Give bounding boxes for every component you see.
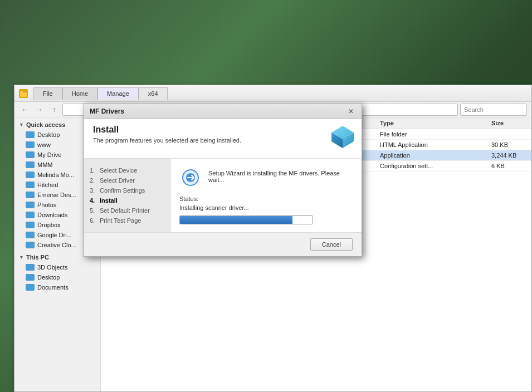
folder-icon [26, 171, 35, 178]
dialog-header: Install The program features you selecte… [84, 119, 362, 159]
sidebar-item-label: www [37, 141, 51, 148]
tab-home[interactable]: Home [62, 87, 97, 100]
content-panel: Setup Wizard is installing the MF driver… [170, 159, 362, 232]
step-num: 4. [90, 197, 97, 204]
forward-button[interactable]: → [33, 104, 46, 116]
folder-icon [26, 141, 35, 148]
progress-bar-container [179, 215, 313, 224]
sidebar-item-label: Documents [37, 284, 69, 291]
explorer-icon [19, 89, 28, 98]
dialog-titlebar: MF Drivers ✕ [84, 104, 362, 119]
explorer-titlebar: File Home Manage x64 [14, 85, 531, 102]
step-num: 6. [90, 217, 97, 224]
status-value: Installing scanner driver... [179, 204, 353, 211]
dialog-close-button[interactable]: ✕ [346, 106, 356, 116]
file-type: Configuration sett... [375, 161, 487, 171]
step-label: Print Test Page [100, 217, 141, 224]
file-size: 30 KB [487, 140, 531, 150]
sidebar-item-label: Desktop [37, 131, 60, 138]
install-subtitle: The program features you selected are be… [93, 137, 328, 144]
dialog-title: MF Drivers [90, 107, 346, 115]
install-title: Install [93, 125, 328, 135]
this-pc-section: ▼ This PC 3D Objects Desktop Documents [14, 252, 100, 292]
this-pc-arrow: ▼ [19, 254, 24, 260]
file-type: File folder [375, 129, 487, 140]
step-test-page: 6. Print Test Page [90, 215, 164, 226]
sidebar-item-documents[interactable]: Documents [14, 282, 100, 292]
folder-icon [26, 242, 35, 248]
step-select-driver: 2. Select Driver [90, 175, 164, 185]
search-input[interactable] [460, 104, 527, 116]
file-type: Application [375, 150, 487, 161]
up-button[interactable]: ↑ [48, 104, 60, 116]
step-num: 3. [90, 187, 97, 194]
cancel-button[interactable]: Cancel [310, 238, 353, 251]
sidebar-item-label: Emerse Des... [37, 192, 76, 198]
col-type[interactable]: Type [375, 117, 487, 129]
step-num: 1. [90, 167, 97, 174]
folder-icon [26, 232, 35, 238]
folder-icon [26, 264, 35, 271]
sidebar-item-desktop2[interactable]: Desktop [14, 272, 100, 282]
sidebar-item-label: Creative Clo... [37, 242, 76, 248]
file-size: 6 KB [487, 161, 531, 171]
step-label: Select Device [100, 167, 137, 174]
steps-panel: 1. Select Device 2. Select Driver 3. Con… [84, 159, 170, 232]
sidebar-item-label: Google Dri... [37, 232, 72, 238]
folder-icon [26, 284, 35, 291]
step-default-printer: 5. Set Default Printer [90, 205, 164, 215]
folder-icon [26, 212, 35, 218]
sidebar-item-label: My Drive [37, 151, 61, 158]
folder-icon [26, 202, 35, 208]
mf-drivers-dialog: MF Drivers ✕ Install The program feature… [84, 103, 362, 257]
folder-icon [26, 161, 35, 168]
sidebar-item-label: Melinda Mo... [37, 171, 74, 178]
folder-icon [26, 151, 35, 158]
folder-icon [26, 182, 35, 188]
dialog-body: 1. Select Device 2. Select Driver 3. Con… [84, 159, 362, 232]
sidebar-item-label: Dropbox [37, 222, 61, 228]
folder-icon [26, 222, 35, 228]
step-num: 5. [90, 207, 97, 214]
folder-icon [26, 192, 35, 198]
folder-icon [26, 131, 35, 138]
tab-manage[interactable]: Manage [97, 87, 139, 100]
step-install: 4. Install [90, 195, 164, 205]
progress-bar-fill [180, 216, 292, 224]
this-pc-label: This PC [26, 254, 49, 261]
wizard-text: Setup Wizard is installing the MF driver… [208, 166, 353, 183]
cube-icon [329, 124, 356, 152]
explorer-tabs: File Home Manage x64 [33, 87, 168, 100]
step-label: Select Driver [100, 177, 135, 184]
sidebar-item-label: Hitched [37, 182, 58, 188]
sidebar-item-label: Downloads [37, 212, 67, 218]
sidebar-item-label: MMM [37, 161, 53, 168]
file-size: 3,244 KB [487, 150, 531, 161]
svg-rect-1 [20, 91, 23, 94]
quick-access-arrow: ▼ [19, 122, 24, 128]
dialog-footer: Cancel [84, 232, 362, 256]
step-label: Set Default Printer [100, 207, 150, 214]
step-label: Install [100, 197, 118, 204]
status-row: Status: Installing scanner driver... [179, 195, 353, 224]
status-label: Status: [179, 195, 353, 202]
back-button[interactable]: ← [19, 104, 31, 116]
quick-access-label: Quick access [26, 121, 65, 128]
step-select-device: 1. Select Device [90, 165, 164, 175]
sidebar-item-label: 3D Objects [37, 264, 67, 271]
tab-file[interactable]: File [33, 87, 62, 100]
col-size[interactable]: Size [487, 117, 531, 129]
step-num: 2. [90, 177, 97, 184]
folder-icon [26, 274, 35, 281]
sidebar-item-3dobjects[interactable]: 3D Objects [14, 262, 100, 272]
sidebar-item-label: Photos [37, 202, 56, 208]
file-type: HTML Application [375, 140, 487, 150]
step-confirm-settings: 3. Confirm Settings [90, 185, 164, 195]
file-size [487, 129, 531, 140]
wizard-row: Setup Wizard is installing the MF driver… [179, 166, 353, 189]
wizard-icon [179, 166, 202, 189]
tab-x64[interactable]: x64 [139, 87, 168, 100]
sidebar-item-label: Desktop [37, 274, 60, 281]
step-label: Confirm Settings [100, 187, 145, 194]
